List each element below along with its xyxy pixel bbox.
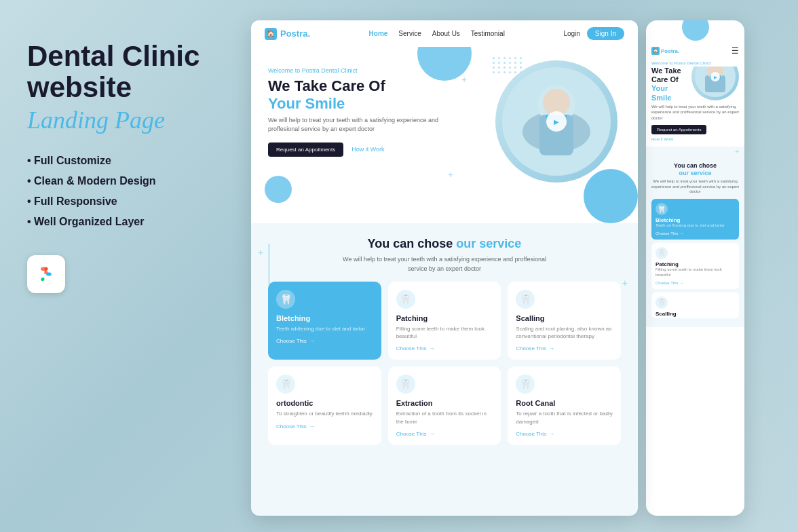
mobile-service-icon-scalling: 🦷 [656,297,668,309]
service-desc: To repair a tooth that is infected or ba… [516,410,613,425]
hero-section: + + Welcome to Postra Dental Clinict We … [251,47,638,223]
feature-item: • Full Responsive [27,195,231,208]
mobile-service-card-patching[interactable]: 🦷 Patching Filling some teeth to make th… [651,243,739,289]
plus-decoration: + [622,278,628,288]
service-choose[interactable]: Choose This → [276,423,373,430]
mobile-logo-icon: 🏠 [651,47,660,55]
service-desc: Extraction of a tooth from its socket in… [396,410,493,425]
service-icon-extraction: 🦷 [396,375,415,394]
services-grid-row2: 🦷 ortodontic To straighten or beautify t… [268,366,621,444]
service-choose[interactable]: Choose This → [276,338,373,344]
service-choose[interactable]: Choose This → [396,431,493,437]
mobile-logo: 🏠 Postra. [651,47,679,55]
mobile-service-icon-patching: 🦷 [656,247,668,259]
mobile-service-icon-bletching: 🦷 [656,203,668,215]
mobile-service-desc-text: Filling some teeth to make them look bea… [656,267,735,278]
service-icon-bletching: 🦷 [276,290,295,309]
services-description: We will help to treat your teeth with a … [343,255,546,273]
mobile-service-name: Bletching [656,217,735,223]
nav-signin-button[interactable]: Sign In [587,27,624,40]
mobile-top-circle-container [646,20,744,41]
service-card-bletching[interactable]: 🦷 Bletching Teeth whitening due to slet … [268,282,381,360]
nav-login[interactable]: Login [563,30,580,37]
dot-pattern-left [268,244,270,284]
mobile-how-button[interactable]: How it Work [651,137,673,141]
mobile-mockup: 🏠 Postra. ☰ Welcome to Postra Dental Cli… [646,20,744,516]
service-icon-rootcanal: 🦷 [516,375,535,394]
nav-link-service[interactable]: Service [398,30,421,37]
figma-icon [27,255,65,293]
plus-decoration: + [448,169,453,180]
play-button[interactable]: ▶ [546,111,567,132]
mobile-service-desc-text: Teeth on flossing due to slet and tartar [656,223,735,229]
mobile-service-name: Patching [656,261,735,267]
mobile-hamburger-icon[interactable]: ☰ [732,46,739,56]
service-card-extraction[interactable]: 🦷 Extraction Extraction of a tooth from … [388,366,501,444]
hero-image-circle: ▶ [495,60,618,183]
service-name: Patching [396,314,493,322]
left-panel: Dental Clinic website Landing Page • Ful… [0,0,251,314]
how-it-works-button[interactable]: How it Work [352,146,384,153]
service-name: Bletching [276,314,373,322]
mobile-welcome: Welcome to Postra Dental Clinict [651,61,739,65]
nav-logo-icon: 🏠 [265,28,277,40]
service-icon-scalling: 🦷 [516,290,535,309]
services-title: You can chose our service [268,237,621,251]
nav-link-about[interactable]: About Us [432,30,460,37]
mobile-service-card-bletching[interactable]: 🦷 Bletching Teeth on flossing due to sle… [651,199,739,240]
service-desc: To straighten or beautify teehh mediadly [276,410,373,417]
mobile-play-button[interactable]: ▶ [710,72,720,81]
mobile-appointment-button[interactable]: Request an Appoitments [651,125,706,134]
mobile-services-section: You can chose our service We will help t… [646,157,744,326]
mobile-nav: 🏠 Postra. ☰ [646,41,744,58]
nav-link-home[interactable]: Home [369,30,388,37]
nav-links: Home Service About Us Testimonial [324,30,550,37]
feature-item: • Full Customize [27,155,231,167]
hero-buttons: Request an Appoitments How it Work [268,142,458,157]
service-name: Scalling [516,314,613,322]
service-choose[interactable]: Choose This → [516,345,613,352]
service-choose[interactable]: Choose This → [516,431,613,437]
mobile-service-card-scalling[interactable]: 🦷 Scalling [651,292,739,318]
appointment-button[interactable]: Request an Appoitments [268,142,343,157]
nav-logo: 🏠 Postra. [265,28,310,40]
nav-link-testimonial[interactable]: Testimonial [471,30,505,37]
mobile-service-choose[interactable]: Choose This → [656,281,735,285]
service-desc: Scaling and root planing, also known as … [516,325,613,340]
service-choose[interactable]: Choose This → [396,345,493,352]
services-grid-row1: 🦷 Bletching Teeth whitening due to slet … [268,282,621,360]
mobile-service-name: Scalling [656,311,735,317]
feature-item: • Well Organized Layer [27,216,231,228]
plus-decoration: + [461,74,467,85]
service-card-patching[interactable]: 🦷 Patching Filling some teeth to make th… [388,282,501,360]
hero-small-circle [265,176,292,203]
left-subtitle-script: Landing Page [27,106,231,134]
services-section: + + You can chose our service We will he… [251,223,638,455]
desktop-mockup: 🏠 Postra. Home Service About Us Testimon… [251,20,638,516]
service-icon-patching: 🦷 [396,290,415,309]
mobile-hero: Welcome to Postra Dental Clinict ▶ We Ta… [646,58,744,147]
service-icon-ortodontic: 🦷 [276,375,295,394]
service-card-ortodontic[interactable]: 🦷 ortodontic To straighten or beautify t… [268,366,381,444]
mobile-services-desc: We will help to treat your teeth with a … [651,179,739,195]
service-name: ortodontic [276,399,373,407]
hero-description: We will help to treat your teeth with a … [268,116,458,134]
mobile-services-title: You can chose our service [651,162,739,177]
service-name: Root Canal [516,399,613,407]
service-desc: Filling some teeth to make them look bea… [396,325,493,340]
mobile-plus-container: + [646,147,744,157]
hero-big-circle [584,169,638,223]
left-title: Dental Clinic website [27,41,231,103]
page-wrapper: Dental Clinic website Landing Page • Ful… [0,0,798,532]
mobile-top-circle-shape [682,20,709,41]
feature-item: • Clean & Modern Design [27,175,231,187]
service-card-rootcanal[interactable]: 🦷 Root Canal To repair a tooth that is i… [508,366,621,444]
nav-actions: Login Sign In [563,27,624,40]
hero-image-area: ▶ [495,60,631,210]
mobile-service-choose[interactable]: Choose This → [656,231,735,235]
mobile-plus-icon: + [735,148,739,155]
hero-title: We Take Care Of Your Smile [268,77,458,113]
service-card-scalling[interactable]: 🦷 Scalling Scaling and root planing, als… [508,282,621,360]
mobile-hero-desc: We will help to treat your teeth with a … [651,104,739,121]
service-desc: Teeth whitening due to slet and tartar [276,325,373,332]
